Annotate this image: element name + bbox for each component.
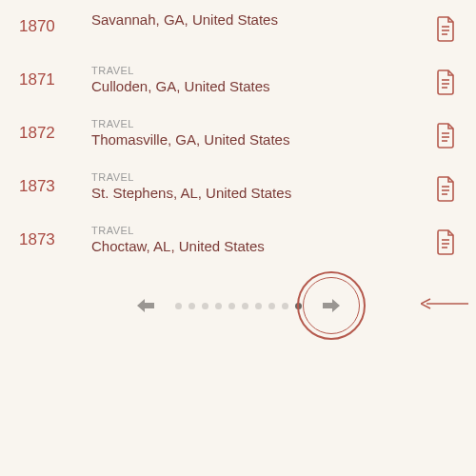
entry-location: Thomasville, GA, United States — [91, 131, 426, 148]
entry-year: 1871 — [19, 65, 86, 89]
timeline-entry: 1872 TRAVEL Thomasville, GA, United Stat… — [0, 107, 476, 160]
entry-location: Choctaw, AL, United States — [91, 238, 426, 254]
entry-detail: TRAVEL Choctaw, AL, United States — [86, 225, 426, 254]
entry-location: St. Stephens, AL, United States — [91, 185, 426, 201]
document-icon[interactable] — [434, 122, 457, 149]
timeline-entry: 1873 TRAVEL Choctaw, AL, United States — [0, 213, 476, 267]
entry-category: TRAVEL — [91, 65, 426, 76]
page-dot[interactable] — [282, 303, 288, 309]
document-icon[interactable] — [434, 69, 457, 95]
entry-detail: TRAVEL Culloden, GA, United States — [86, 65, 426, 94]
document-icon[interactable] — [434, 228, 457, 255]
entry-category: TRAVEL — [91, 118, 426, 129]
page-dot[interactable] — [215, 303, 222, 309]
page-dots — [175, 303, 302, 309]
arrow-right-icon — [321, 297, 342, 314]
entry-year: 1872 — [19, 118, 86, 143]
entry-year: 1870 — [19, 11, 86, 36]
page-dot[interactable] — [202, 303, 208, 309]
page-dot[interactable] — [242, 303, 248, 309]
page-dot[interactable] — [268, 303, 275, 309]
entry-year: 1873 — [19, 225, 86, 249]
pagination — [0, 295, 476, 316]
document-icon[interactable] — [434, 15, 457, 42]
entry-location: Savannah, GA, United States — [91, 11, 426, 28]
page-dot[interactable] — [175, 303, 182, 309]
page-dot[interactable] — [188, 303, 195, 309]
entry-detail: Savannah, GA, United States — [86, 11, 426, 28]
page-dot[interactable] — [295, 303, 302, 309]
arrow-left-icon — [135, 297, 156, 314]
pointer-arrow-icon — [421, 296, 468, 315]
prev-page-button[interactable] — [133, 295, 158, 316]
timeline-entry: 1870 Savannah, GA, United States — [0, 0, 476, 53]
entry-category: TRAVEL — [91, 171, 426, 183]
entry-year: 1873 — [19, 171, 86, 196]
document-icon[interactable] — [434, 175, 457, 202]
entry-category: TRAVEL — [91, 225, 426, 236]
entry-detail: TRAVEL Thomasville, GA, United States — [86, 118, 426, 148]
timeline-entry: 1873 TRAVEL St. Stephens, AL, United Sta… — [0, 160, 476, 213]
timeline-entry: 1871 TRAVEL Culloden, GA, United States — [0, 53, 476, 107]
page-dot[interactable] — [228, 303, 235, 309]
entry-location: Culloden, GA, United States — [91, 78, 426, 94]
entry-detail: TRAVEL St. Stephens, AL, United States — [86, 171, 426, 201]
next-page-button[interactable] — [319, 295, 344, 316]
page-dot[interactable] — [255, 303, 262, 309]
